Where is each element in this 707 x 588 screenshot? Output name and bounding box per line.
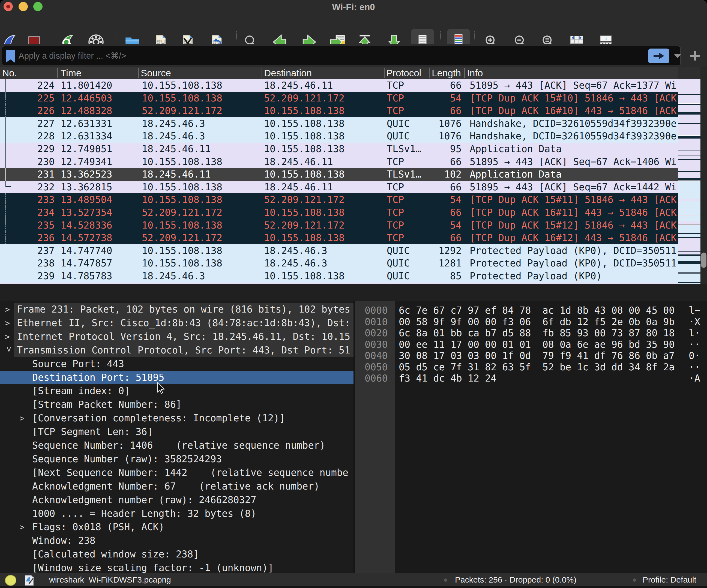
chevron-right-icon[interactable]: > (5, 330, 10, 344)
hex-bytes[interactable]: 6c 7e 67 c7 97 ef 84 78 ac 1d 8b 43 08 0… (399, 305, 675, 316)
detail-text: [Window size scaling factor: -1 (unknown… (32, 561, 274, 573)
scrollbar-thumb[interactable] (701, 252, 706, 268)
detail-row[interactable]: [Next Sequence Number: 1442 (relative se… (0, 466, 354, 480)
cell-destination: 10.155.108.138 (264, 130, 384, 143)
cell-source: 52.209.121.172 (142, 206, 262, 219)
apply-filter-button[interactable] (648, 48, 669, 63)
cell-length: 66 (426, 79, 462, 92)
hex-ascii[interactable]: 0· (689, 350, 700, 361)
column-header-protocol[interactable]: Protocol (386, 67, 421, 79)
column-separator[interactable] (57, 68, 58, 78)
detail-row[interactable]: >Flags: 0x018 (PSH, ACK) (0, 520, 354, 534)
packet-row-226[interactable]: 22612.48832852.209.121.17210.155.108.138… (0, 104, 678, 117)
detail-row[interactable]: Acknowledgment Number: 67 (relative ack … (0, 480, 354, 493)
minimap-stripe (678, 105, 701, 112)
cell-no: 239 (0, 270, 55, 282)
chevron-right-icon[interactable]: > (20, 412, 25, 425)
detail-row[interactable]: >Ethernet II, Src: Cisco_1d:8b:43 (84:78… (0, 316, 354, 330)
packet-row-225[interactable]: 22512.44650310.155.108.13852.209.121.172… (0, 92, 678, 105)
column-header-length[interactable]: Length (432, 67, 461, 79)
detail-row[interactable]: [Calculated window size: 238] (0, 548, 354, 561)
hex-ascii[interactable]: ·A (689, 373, 700, 384)
detail-row[interactable]: >Internet Protocol Version 4, Src: 18.24… (0, 330, 354, 344)
detail-row[interactable]: Sequence Number: 1406 (relative sequence… (0, 439, 354, 452)
packet-row-238[interactable]: 23814.74785710.155.108.13818.245.46.3QUI… (0, 257, 678, 270)
detail-row[interactable]: Destination Port: 51895 (0, 371, 354, 385)
column-header-destination[interactable]: Destination (264, 67, 312, 79)
minimap-stripe (678, 181, 701, 199)
hex-bytes[interactable]: f3 41 dc 4b 12 24 (399, 373, 497, 384)
profile-selector[interactable]: Profile: Default (643, 573, 696, 586)
cell-time: 12.631331 (61, 117, 140, 130)
hex-ascii[interactable]: ·· (689, 361, 700, 373)
add-filter-button[interactable] (687, 48, 703, 63)
packet-row-237[interactable]: 23714.74774010.155.108.13818.245.46.3QUI… (0, 244, 678, 257)
cell-protocol: TCP (387, 155, 428, 168)
packet-row-230[interactable]: 23012.74934110.155.108.13818.245.46.11TC… (0, 155, 678, 168)
detail-row[interactable]: Window: 238 (0, 534, 354, 548)
column-header-info[interactable]: Info (467, 67, 483, 79)
minimap-stripe (678, 221, 701, 223)
column-separator[interactable] (262, 68, 262, 78)
hex-ascii[interactable]: ·X (689, 316, 700, 328)
pane-splitter[interactable] (0, 284, 707, 301)
detail-row[interactable]: [TCP Segment Len: 36] (0, 425, 354, 439)
capture-comment-icon[interactable] (24, 574, 35, 587)
packet-list-minimap[interactable] (678, 79, 701, 284)
detail-row[interactable]: Sequence Number (raw): 3582524293 (0, 452, 354, 466)
packet-row-227[interactable]: 22712.63133118.245.46.310.155.108.138QUI… (0, 117, 678, 130)
detail-row[interactable]: [Window size scaling factor: -1 (unknown… (0, 561, 354, 573)
hex-ascii[interactable]: ·· (689, 339, 700, 350)
packet-row-236[interactable]: 23614.57273852.209.121.17210.155.108.138… (0, 232, 678, 244)
hex-bytes[interactable]: 30 08 17 03 03 00 1f 0d 79 f9 41 df 76 8… (399, 350, 675, 361)
expert-info-button[interactable] (5, 575, 16, 586)
detail-row[interactable]: Acknowledgment number (raw): 2466280327 (0, 493, 354, 507)
hex-bytes[interactable]: 00 ee 11 17 00 00 01 01 08 0a 6e ae 96 b… (399, 339, 675, 350)
packet-row-233[interactable]: 23313.48950410.155.108.13852.209.121.172… (0, 194, 678, 206)
hex-bytes[interactable]: 00 58 9f 9f 00 00 f3 06 6f db 12 f5 2e 0… (399, 316, 675, 328)
detail-row[interactable]: >[Conversation completeness: Incomplete … (0, 412, 354, 425)
hex-ascii[interactable]: l~ (689, 305, 700, 316)
filter-bookmark-icon[interactable] (5, 49, 15, 64)
column-header-no[interactable]: No. (2, 67, 17, 79)
packet-row-231[interactable]: 23113.36252318.245.46.1110.155.108.138TL… (0, 168, 678, 181)
chevron-down-icon[interactable]: > (2, 347, 16, 352)
detail-row[interactable]: 1000 .... = Header Length: 32 bytes (8) (0, 507, 354, 521)
detail-row[interactable]: [Stream index: 0] (0, 384, 354, 398)
packet-row-228[interactable]: 22812.63133418.245.46.310.155.108.138QUI… (0, 130, 678, 143)
minimap-stripe (678, 225, 701, 233)
detail-row[interactable]: Source Port: 443 (0, 357, 354, 371)
detail-row[interactable]: [Stream Packet Number: 86] (0, 398, 354, 412)
packet-row-234[interactable]: 23413.52735452.209.121.17210.155.108.138… (0, 206, 678, 219)
hex-bytes[interactable]: 05 d5 ce 7f 31 82 63 5f 52 be 1c 3d dd 3… (399, 361, 675, 373)
packet-row-232[interactable]: 23213.36281510.155.108.13818.245.46.11TC… (0, 181, 678, 194)
scrollbar-track[interactable] (701, 67, 707, 284)
column-header-source[interactable]: Source (141, 67, 171, 79)
cell-source: 18.245.46.3 (142, 130, 262, 143)
chevron-right-icon[interactable]: > (20, 520, 25, 534)
cell-protocol: TCP (387, 219, 428, 232)
hex-ascii[interactable]: l· (689, 327, 700, 339)
packet-row-239[interactable]: 23914.78578318.245.46.310.155.108.138QUI… (0, 270, 678, 282)
column-separator[interactable] (138, 68, 139, 78)
packet-bytes-pane: 00006c 7e 67 c7 97 ef 84 78 ac 1d 8b 43 … (355, 301, 707, 573)
detail-row[interactable]: >Frame 231: Packet, 102 bytes on wire (8… (0, 303, 354, 316)
packet-row-235[interactable]: 23514.52833610.155.108.13852.209.121.172… (0, 219, 678, 232)
filter-dropdown-caret[interactable] (674, 54, 681, 58)
column-separator[interactable] (464, 68, 465, 78)
column-separator[interactable] (429, 68, 430, 78)
cell-time: 14.747740 (61, 244, 140, 257)
packet-row-224[interactable]: 22411.80142010.155.108.13818.245.46.11TC… (0, 79, 678, 92)
column-separator[interactable] (384, 68, 384, 78)
display-filter-input[interactable]: Apply a display filter ... <⌘/> (2, 46, 681, 66)
chevron-right-icon[interactable]: > (5, 303, 10, 316)
chevron-right-icon[interactable]: > (5, 316, 10, 330)
cell-time: 13.362815 (61, 181, 140, 194)
packet-row-229[interactable]: 22912.74905118.245.46.1110.155.108.138TL… (0, 143, 678, 155)
cell-source: 18.245.46.3 (142, 270, 262, 282)
column-header-time[interactable]: Time (61, 67, 81, 79)
hex-bytes[interactable]: 6c 8a 01 bb ca b7 d5 88 fb 85 93 00 73 8… (399, 327, 675, 339)
minimap-stripe (678, 264, 701, 272)
detail-row[interactable]: >Transmission Control Protocol, Src Port… (0, 344, 354, 357)
cell-protocol: TCP (387, 181, 428, 194)
